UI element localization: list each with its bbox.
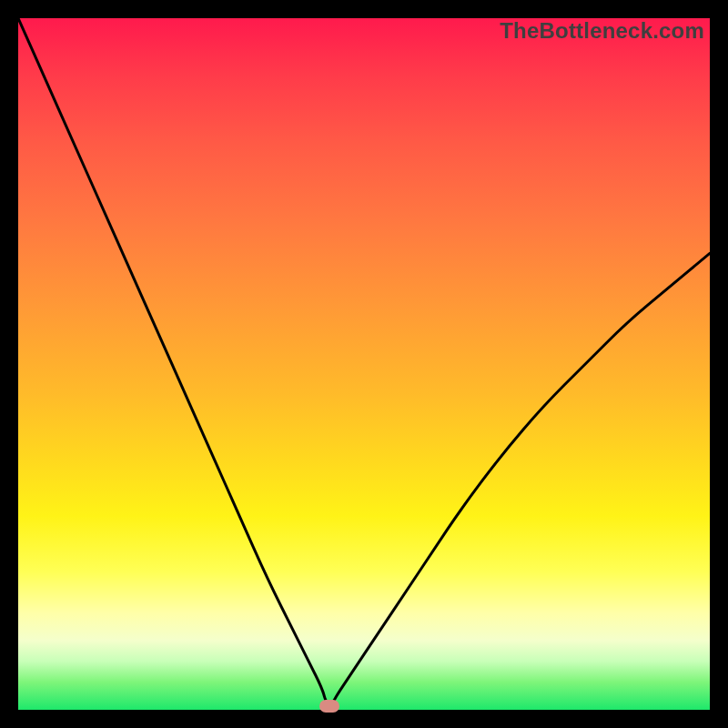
- chart-frame: TheBottleneck.com: [18, 18, 710, 710]
- minimum-marker: [319, 700, 339, 713]
- bottleneck-curve: [18, 18, 710, 710]
